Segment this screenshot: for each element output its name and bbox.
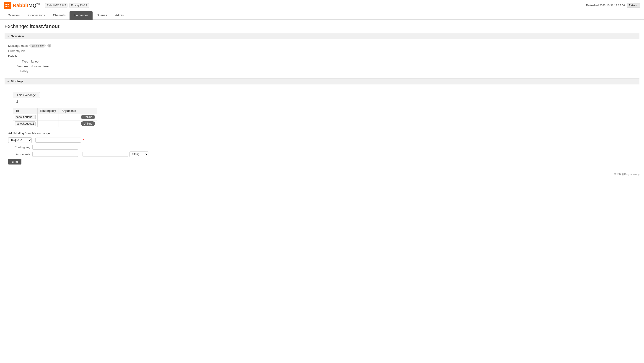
durable-key: durable: <box>31 65 42 68</box>
logo-mq: MQ <box>28 3 36 8</box>
nav-queues[interactable]: Queues <box>92 11 111 20</box>
header: RabbitMQTM RabbitMQ 3.8.5 Erlang 23.0.2 … <box>0 0 644 11</box>
svg-rect-0 <box>6 4 7 5</box>
overview-section-title: Overview <box>11 35 24 38</box>
page-title-prefix: Exchange: <box>4 24 28 29</box>
policy-row: Policy <box>13 69 636 73</box>
nav-overview[interactable]: Overview <box>4 11 24 20</box>
arguments-value-input[interactable] <box>82 152 128 157</box>
page-title: Exchange: itcast.fanout <box>4 24 640 30</box>
routing-key-row: Routing key: <box>8 145 636 150</box>
help-icon[interactable]: ? <box>48 44 51 48</box>
colon-label: : <box>33 139 34 142</box>
logo: RabbitMQTM <box>4 2 40 9</box>
queue1-unbind-cell: Unbind <box>79 114 97 121</box>
page-content: Exchange: itcast.fanout ▼ Overview Messa… <box>0 20 644 179</box>
rabbitmq-version: RabbitMQ 3.8.5 <box>45 3 68 8</box>
details-table: Type fanout Features durable: true Polic… <box>13 60 636 73</box>
bindings-section-header[interactable]: ▼ Bindings <box>4 78 640 84</box>
col-routing-key: Routing key <box>38 108 59 114</box>
nav-admin[interactable]: Admin <box>111 11 128 20</box>
currently-idle: Currently idle <box>8 49 636 53</box>
bindings-table: To Routing key Arguments fanout.queue1 U… <box>13 108 97 127</box>
queue2-badge: fanout.queue2 <box>15 121 36 126</box>
overview-section-header[interactable]: ▼ Overview <box>4 33 640 39</box>
arguments-key-input[interactable] <box>32 152 78 157</box>
routing-key-label: Routing key: <box>8 146 31 149</box>
string-type-select[interactable]: String Number Boolean <box>130 152 148 157</box>
queue2-badge-cell: fanout.queue2 <box>13 121 38 127</box>
add-binding-title: Add binding from this exchange <box>8 132 636 135</box>
routing-key-input[interactable] <box>32 145 78 150</box>
equals-sign: = <box>79 153 81 156</box>
required-star: * <box>83 138 84 142</box>
refreshed-text: Refreshed 2022-10-31 13:35:56 <box>586 4 625 7</box>
col-action <box>79 108 97 114</box>
svg-rect-3 <box>8 6 9 7</box>
nav-connections[interactable]: Connections <box>24 11 49 20</box>
svg-rect-2 <box>6 6 7 7</box>
type-value: fanout <box>31 60 39 63</box>
bind-button[interactable]: Bind <box>8 159 22 165</box>
message-rates-label: Message rates <box>8 44 28 48</box>
last-minute-badge: last minute <box>30 44 46 48</box>
bindings-section-content: This exchange ⇓ To Routing key Arguments… <box>4 87 640 168</box>
durable-value: true <box>44 65 48 68</box>
bindings-arrow-icon: ▼ <box>7 80 9 83</box>
details-label: Details <box>8 55 636 58</box>
queue2-unbind-cell: Unbind <box>79 121 97 127</box>
bindings-section-title: Bindings <box>11 80 24 83</box>
nav-channels[interactable]: Channels <box>49 11 70 20</box>
top-right: Refreshed 2022-10-31 13:35:56 Refresh <box>586 3 640 8</box>
policy-label: Policy <box>13 69 31 73</box>
logo-tm: TM <box>36 3 40 6</box>
page-title-name: itcast.fanout <box>30 24 60 29</box>
bindings-diagram: This exchange ⇓ <box>13 92 636 105</box>
queue1-routing-key <box>38 114 59 121</box>
table-row: fanout.queue1 Unbind <box>13 114 97 121</box>
type-label: Type <box>13 60 31 63</box>
nav-exchanges[interactable]: Exchanges <box>70 11 92 20</box>
version-info: RabbitMQ 3.8.5 Erlang 23.0.2 <box>45 3 89 8</box>
arguments-row: Arguments: = String Number Boolean <box>8 152 636 157</box>
bindings-table-header-row: To Routing key Arguments <box>13 108 97 114</box>
erlang-version: Erlang 23.0.2 <box>69 3 89 8</box>
arrow-down-icon: ⇓ <box>16 99 19 104</box>
logo-icon <box>4 2 11 9</box>
logo-text: RabbitMQTM <box>13 3 40 9</box>
col-arguments: Arguments <box>59 108 79 114</box>
features-label: Features <box>13 65 31 68</box>
footer-note: CSDN @Ding Jianlong <box>4 173 640 175</box>
this-exchange-box: This exchange <box>13 92 40 98</box>
features-value: durable: true <box>31 65 48 68</box>
nav: Overview Connections Channels Exchanges … <box>0 11 644 20</box>
arguments-label: Arguments: <box>8 153 31 156</box>
to-queue-row: To queue To exchange : * <box>8 137 636 143</box>
unbind-queue1-button[interactable]: Unbind <box>81 115 95 119</box>
bind-button-row: Bind <box>8 159 636 165</box>
queue2-routing-key <box>38 121 59 127</box>
unbind-queue2-button[interactable]: Unbind <box>81 121 95 126</box>
table-row: fanout.queue2 Unbind <box>13 121 97 127</box>
message-rates-row: Message rates last minute ? <box>8 44 636 48</box>
queue1-arguments <box>59 114 79 121</box>
queue1-badge: fanout.queue1 <box>15 115 36 119</box>
refresh-button[interactable]: Refresh <box>627 3 640 8</box>
queue2-arguments <box>59 121 79 127</box>
svg-rect-1 <box>8 4 9 5</box>
to-queue-input[interactable] <box>35 138 81 143</box>
bindings-table-body: fanout.queue1 Unbind fanout.queue2 Unbin… <box>13 114 97 127</box>
to-queue-select[interactable]: To queue To exchange <box>8 137 32 143</box>
type-row: Type fanout <box>13 60 636 63</box>
col-to: To <box>13 108 38 114</box>
overview-arrow-icon: ▼ <box>7 35 9 38</box>
logo-rabbit: Rabbit <box>13 3 28 8</box>
queue1-badge-cell: fanout.queue1 <box>13 114 38 121</box>
features-row: Features durable: true <box>13 65 636 68</box>
overview-section-content: Message rates last minute ? Currently id… <box>4 42 640 78</box>
